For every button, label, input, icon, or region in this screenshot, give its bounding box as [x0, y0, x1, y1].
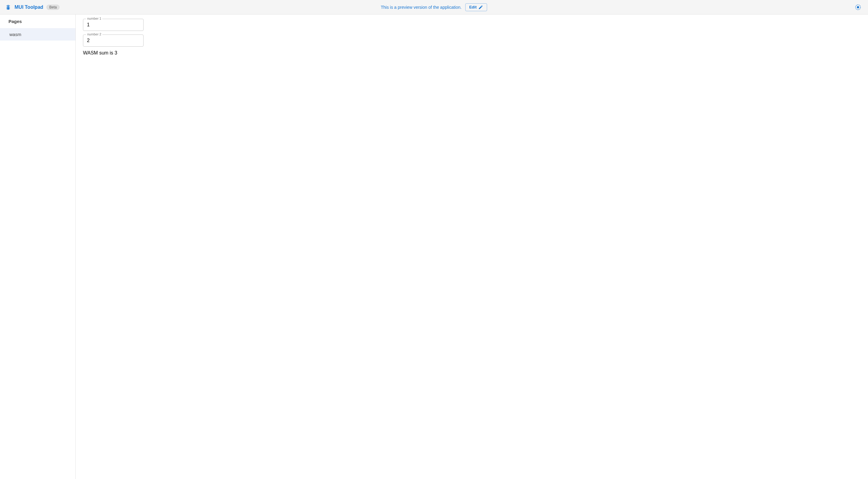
svg-point-0 — [857, 6, 859, 8]
sidebar-section-title: Pages — [0, 14, 75, 28]
field-label-number-2: number 2 — [86, 32, 102, 36]
preview-message: This is a preview version of the applica… — [381, 5, 462, 10]
main-content: number 1 number 2 WASM sum is 3 — [76, 14, 868, 479]
theme-toggle-button[interactable] — [853, 2, 863, 12]
edit-button[interactable]: Edit — [465, 3, 487, 11]
beta-chip: Beta — [46, 4, 60, 10]
sidebar: Pages wasm — [0, 14, 76, 479]
app-header: MUI Toolpad Beta This is a preview versi… — [0, 0, 868, 14]
field-label-number-1: number 1 — [86, 17, 102, 20]
field-number-2: number 2 — [83, 34, 144, 46]
input-number-1[interactable] — [83, 19, 144, 31]
toolpad-logo-icon — [5, 4, 11, 10]
pencil-icon — [478, 5, 484, 10]
field-number-1: number 1 — [83, 19, 144, 31]
layout: Pages wasm number 1 number 2 WASM sum is… — [0, 14, 868, 479]
sidebar-item-label: wasm — [9, 32, 21, 37]
input-number-2[interactable] — [83, 34, 144, 46]
result-text: WASM sum is 3 — [83, 50, 861, 56]
header-right — [853, 2, 863, 12]
edit-button-label: Edit — [469, 5, 477, 9]
header-center: This is a preview version of the applica… — [381, 3, 487, 11]
app-title[interactable]: MUI Toolpad — [14, 4, 43, 10]
sun-icon — [855, 4, 861, 10]
header-left: MUI Toolpad Beta — [5, 4, 60, 10]
sidebar-item-wasm[interactable]: wasm — [0, 28, 75, 40]
